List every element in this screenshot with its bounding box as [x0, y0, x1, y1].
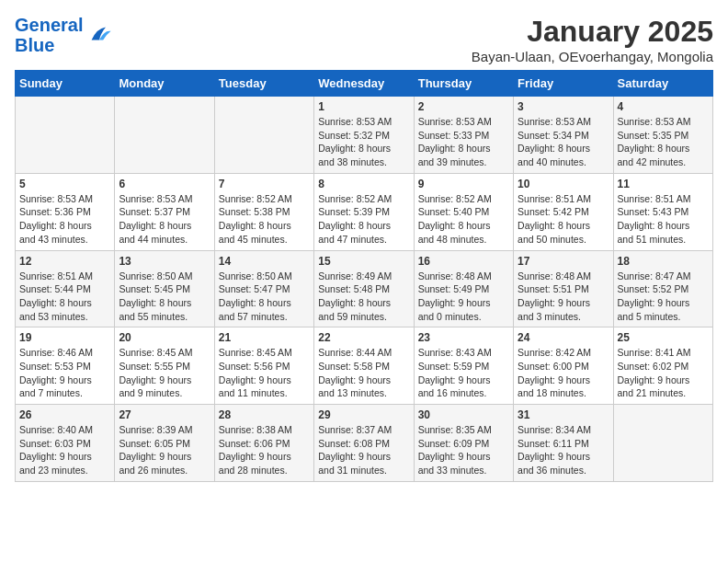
calendar-cell: 6Sunrise: 8:53 AM Sunset: 5:37 PM Daylig…	[115, 173, 214, 250]
day-info: Sunrise: 8:51 AM Sunset: 5:42 PM Dayligh…	[518, 192, 609, 247]
day-number: 18	[618, 255, 709, 268]
calendar-cell: 11Sunrise: 8:51 AM Sunset: 5:43 PM Dayli…	[613, 173, 712, 250]
calendar-cell	[115, 97, 214, 174]
logo-text: General Blue	[15, 15, 83, 55]
day-info: Sunrise: 8:46 AM Sunset: 5:53 PM Dayligh…	[19, 346, 110, 400]
day-info: Sunrise: 8:38 AM Sunset: 6:06 PM Dayligh…	[219, 423, 310, 477]
weekday-header-tuesday: Tuesday	[214, 71, 313, 97]
day-number: 29	[318, 408, 409, 421]
calendar-cell: 14Sunrise: 8:50 AM Sunset: 5:47 PM Dayli…	[214, 250, 313, 327]
calendar-cell	[16, 97, 115, 174]
day-number: 22	[318, 331, 409, 344]
day-number: 15	[318, 255, 409, 268]
calendar-cell: 3Sunrise: 8:53 AM Sunset: 5:34 PM Daylig…	[514, 97, 613, 174]
calendar-cell: 17Sunrise: 8:48 AM Sunset: 5:51 PM Dayli…	[514, 250, 613, 327]
calendar-cell: 8Sunrise: 8:52 AM Sunset: 5:39 PM Daylig…	[314, 173, 414, 250]
day-info: Sunrise: 8:52 AM Sunset: 5:39 PM Dayligh…	[318, 192, 409, 247]
day-number: 28	[219, 408, 310, 421]
day-info: Sunrise: 8:52 AM Sunset: 5:38 PM Dayligh…	[219, 192, 310, 247]
calendar-week-row: 19Sunrise: 8:46 AM Sunset: 5:53 PM Dayli…	[16, 327, 713, 405]
calendar-cell: 21Sunrise: 8:45 AM Sunset: 5:56 PM Dayli…	[214, 327, 313, 405]
weekday-header-wednesday: Wednesday	[314, 71, 414, 97]
day-info: Sunrise: 8:50 AM Sunset: 5:45 PM Dayligh…	[119, 270, 210, 324]
day-number: 24	[518, 331, 609, 344]
day-number: 26	[19, 408, 110, 421]
day-info: Sunrise: 8:52 AM Sunset: 5:40 PM Dayligh…	[418, 192, 509, 247]
calendar-cell: 4Sunrise: 8:53 AM Sunset: 5:35 PM Daylig…	[613, 97, 712, 174]
page-subtitle: Bayan-Ulaan, OEvoerhangay, Mongolia	[472, 49, 713, 64]
calendar-cell: 13Sunrise: 8:50 AM Sunset: 5:45 PM Dayli…	[115, 250, 214, 327]
day-info: Sunrise: 8:48 AM Sunset: 5:51 PM Dayligh…	[518, 270, 609, 324]
calendar-week-row: 12Sunrise: 8:51 AM Sunset: 5:44 PM Dayli…	[16, 250, 713, 327]
day-info: Sunrise: 8:53 AM Sunset: 5:35 PM Dayligh…	[618, 115, 709, 169]
calendar-cell: 29Sunrise: 8:37 AM Sunset: 6:08 PM Dayli…	[314, 405, 414, 482]
day-number: 17	[518, 255, 609, 268]
calendar-cell: 16Sunrise: 8:48 AM Sunset: 5:49 PM Dayli…	[414, 250, 513, 327]
calendar-cell: 25Sunrise: 8:41 AM Sunset: 6:02 PM Dayli…	[613, 327, 712, 405]
calendar-cell: 27Sunrise: 8:39 AM Sunset: 6:05 PM Dayli…	[115, 405, 214, 482]
day-info: Sunrise: 8:53 AM Sunset: 5:34 PM Dayligh…	[518, 115, 609, 169]
day-info: Sunrise: 8:40 AM Sunset: 6:03 PM Dayligh…	[19, 423, 110, 477]
calendar-week-row: 5Sunrise: 8:53 AM Sunset: 5:36 PM Daylig…	[16, 173, 713, 250]
day-number: 4	[618, 100, 709, 113]
calendar-cell: 9Sunrise: 8:52 AM Sunset: 5:40 PM Daylig…	[414, 173, 513, 250]
calendar-cell: 19Sunrise: 8:46 AM Sunset: 5:53 PM Dayli…	[16, 327, 115, 405]
calendar-cell: 24Sunrise: 8:42 AM Sunset: 6:00 PM Dayli…	[514, 327, 613, 405]
calendar-cell: 23Sunrise: 8:43 AM Sunset: 5:59 PM Dayli…	[414, 327, 513, 405]
calendar-week-row: 1Sunrise: 8:53 AM Sunset: 5:32 PM Daylig…	[16, 97, 713, 174]
day-info: Sunrise: 8:53 AM Sunset: 5:32 PM Dayligh…	[318, 115, 409, 169]
page-header: General Blue January 2025 Bayan-Ulaan, O…	[15, 15, 713, 64]
day-info: Sunrise: 8:51 AM Sunset: 5:44 PM Dayligh…	[19, 270, 110, 324]
day-info: Sunrise: 8:41 AM Sunset: 6:02 PM Dayligh…	[618, 346, 709, 400]
calendar-cell: 5Sunrise: 8:53 AM Sunset: 5:36 PM Daylig…	[16, 173, 115, 250]
weekday-header-row: SundayMondayTuesdayWednesdayThursdayFrid…	[16, 71, 713, 97]
day-number: 12	[19, 255, 110, 268]
day-number: 9	[418, 178, 509, 190]
day-number: 23	[418, 331, 509, 344]
day-info: Sunrise: 8:53 AM Sunset: 5:33 PM Dayligh…	[418, 115, 509, 169]
day-number: 14	[219, 255, 310, 268]
day-info: Sunrise: 8:42 AM Sunset: 6:00 PM Dayligh…	[518, 346, 609, 400]
calendar-cell: 10Sunrise: 8:51 AM Sunset: 5:42 PM Dayli…	[514, 173, 613, 250]
day-info: Sunrise: 8:37 AM Sunset: 6:08 PM Dayligh…	[318, 423, 409, 477]
day-number: 2	[418, 100, 509, 113]
day-number: 1	[318, 100, 409, 113]
day-info: Sunrise: 8:34 AM Sunset: 6:11 PM Dayligh…	[518, 423, 609, 477]
day-info: Sunrise: 8:47 AM Sunset: 5:52 PM Dayligh…	[618, 270, 709, 324]
calendar-cell: 18Sunrise: 8:47 AM Sunset: 5:52 PM Dayli…	[613, 250, 712, 327]
day-info: Sunrise: 8:43 AM Sunset: 5:59 PM Dayligh…	[418, 346, 509, 400]
day-info: Sunrise: 8:49 AM Sunset: 5:48 PM Dayligh…	[318, 270, 409, 324]
day-info: Sunrise: 8:35 AM Sunset: 6:09 PM Dayligh…	[418, 423, 509, 477]
calendar-cell: 26Sunrise: 8:40 AM Sunset: 6:03 PM Dayli…	[16, 405, 115, 482]
day-number: 10	[518, 178, 609, 190]
day-number: 11	[618, 178, 709, 190]
weekday-header-friday: Friday	[514, 71, 613, 97]
title-block: January 2025 Bayan-Ulaan, OEvoerhangay, …	[472, 15, 713, 64]
day-number: 25	[618, 331, 709, 344]
day-info: Sunrise: 8:45 AM Sunset: 5:56 PM Dayligh…	[219, 346, 310, 400]
calendar-cell: 22Sunrise: 8:44 AM Sunset: 5:58 PM Dayli…	[314, 327, 414, 405]
day-info: Sunrise: 8:53 AM Sunset: 5:36 PM Dayligh…	[19, 192, 110, 247]
page-title: January 2025	[472, 15, 713, 49]
day-number: 7	[219, 178, 310, 190]
calendar-cell: 1Sunrise: 8:53 AM Sunset: 5:32 PM Daylig…	[314, 97, 414, 174]
day-number: 30	[418, 408, 509, 421]
day-info: Sunrise: 8:44 AM Sunset: 5:58 PM Dayligh…	[318, 346, 409, 400]
day-number: 21	[219, 331, 310, 344]
day-number: 6	[119, 178, 210, 190]
weekday-header-monday: Monday	[115, 71, 214, 97]
calendar-table: SundayMondayTuesdayWednesdayThursdayFrid…	[15, 70, 713, 482]
calendar-cell: 28Sunrise: 8:38 AM Sunset: 6:06 PM Dayli…	[214, 405, 313, 482]
day-info: Sunrise: 8:50 AM Sunset: 5:47 PM Dayligh…	[219, 270, 310, 324]
day-number: 3	[518, 100, 609, 113]
calendar-cell: 30Sunrise: 8:35 AM Sunset: 6:09 PM Dayli…	[414, 405, 513, 482]
day-number: 20	[119, 331, 210, 344]
weekday-header-thursday: Thursday	[414, 71, 513, 97]
calendar-cell: 20Sunrise: 8:45 AM Sunset: 5:55 PM Dayli…	[115, 327, 214, 405]
day-number: 31	[518, 408, 609, 421]
day-info: Sunrise: 8:39 AM Sunset: 6:05 PM Dayligh…	[119, 423, 210, 477]
calendar-cell	[613, 405, 712, 482]
day-info: Sunrise: 8:48 AM Sunset: 5:49 PM Dayligh…	[418, 270, 509, 324]
calendar-cell: 12Sunrise: 8:51 AM Sunset: 5:44 PM Dayli…	[16, 250, 115, 327]
weekday-header-saturday: Saturday	[613, 71, 712, 97]
